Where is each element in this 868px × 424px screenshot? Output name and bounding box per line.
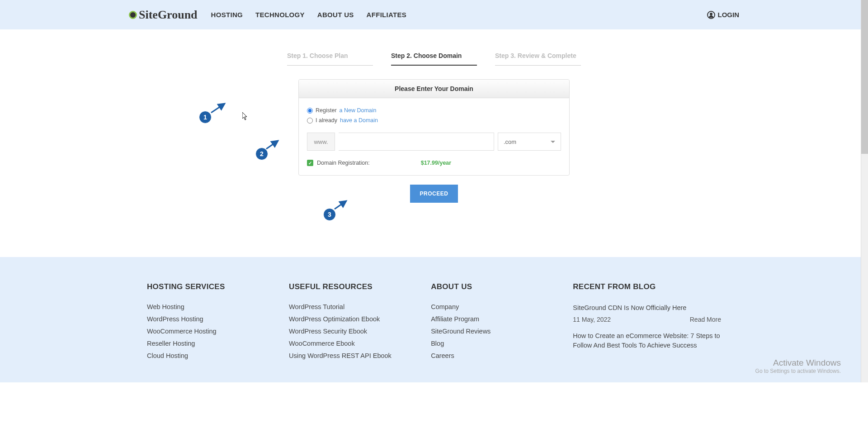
radio-register-link: a New Domain (340, 107, 377, 114)
step-2[interactable]: Step 2. Choose Domain (391, 52, 477, 66)
footer-col-resources: USEFUL RESOURCES WordPress Tutorial Word… (289, 282, 395, 364)
footer-link[interactable]: Careers (431, 352, 537, 359)
blog-item[interactable]: How to Create an eCommerce Website: 7 St… (573, 331, 721, 350)
annotation-1-arrow (210, 102, 228, 114)
tld-value: .com (504, 138, 516, 145)
footer-link[interactable]: SiteGround Reviews (431, 328, 537, 335)
step-3[interactable]: Step 3. Review & Complete (495, 52, 581, 66)
footer-link[interactable]: Reseller Hosting (147, 340, 253, 347)
nav-about[interactable]: ABOUT US (317, 11, 354, 19)
blog-item[interactable]: SiteGround CDN Is Now Officially Here 11… (573, 303, 721, 323)
footer-link[interactable]: Using WordPress REST API Ebook (289, 352, 395, 359)
radio-have-input[interactable] (307, 118, 313, 124)
footer-link[interactable]: Cloud Hosting (147, 352, 253, 359)
registration-price: $17.99/year (421, 160, 451, 166)
footer-col-about: ABOUT US Company Affiliate Program SiteG… (431, 282, 537, 364)
footer-link[interactable]: WooCommerce Ebook (289, 340, 395, 347)
footer-link[interactable]: WordPress Security Ebook (289, 328, 395, 335)
footer-link[interactable]: Blog (431, 340, 537, 347)
top-header: SiteGround HOSTING TECHNOLOGY ABOUT US A… (0, 0, 868, 29)
domain-input-row: www. .com (307, 133, 561, 151)
annotation-3: 3 (323, 208, 336, 221)
registration-label: Domain Registration: (317, 160, 370, 166)
main-nav: HOSTING TECHNOLOGY ABOUT US AFFILIATES (211, 11, 407, 19)
tld-select[interactable]: .com (498, 133, 561, 151)
footer-col-blog: RECENT FROM BLOG SiteGround CDN Is Now O… (573, 282, 721, 364)
svg-line-1 (211, 104, 225, 113)
footer-link[interactable]: WordPress Hosting (147, 315, 253, 323)
nav-technology[interactable]: TECHNOLOGY (255, 11, 305, 19)
radio-register-input[interactable] (307, 108, 313, 114)
annotation-3-arrow (334, 199, 349, 211)
svg-line-3 (266, 141, 278, 149)
blog-date: 11 May, 2022 (573, 316, 611, 323)
nav-hosting[interactable]: HOSTING (211, 11, 243, 19)
footer-link[interactable]: WordPress Tutorial (289, 303, 395, 310)
logo-text: SiteGround (139, 8, 198, 22)
footer-title-resources: USEFUL RESOURCES (289, 282, 395, 291)
user-icon (707, 11, 715, 19)
blog-title: SiteGround CDN Is Now Officially Here (573, 303, 721, 312)
domain-panel: Please Enter Your Domain Register a New … (298, 79, 570, 176)
footer: HOSTING SERVICES Web Hosting WordPress H… (0, 257, 868, 382)
panel-title: Please Enter Your Domain (299, 80, 569, 98)
radio-have-text: I already (316, 117, 337, 124)
radio-register-text: Register (316, 107, 337, 114)
logo[interactable]: SiteGround (129, 8, 198, 22)
www-prefix: www. (307, 133, 335, 151)
registration-checkbox[interactable]: ✓ (307, 160, 313, 166)
footer-col-hosting: HOSTING SERVICES Web Hosting WordPress H… (147, 282, 253, 364)
svg-line-5 (335, 201, 346, 209)
price-row: ✓ Domain Registration: $17.99/year (307, 160, 561, 166)
footer-link[interactable]: Company (431, 303, 537, 310)
scrollbar[interactable] (861, 0, 868, 382)
radio-register-new[interactable]: Register a New Domain (307, 107, 561, 114)
domain-input[interactable] (339, 133, 494, 151)
cursor-icon (242, 112, 249, 121)
footer-link[interactable]: WordPress Optimization Ebook (289, 315, 395, 323)
chevron-down-icon (551, 141, 555, 143)
main-content: Step 1. Choose Plan Step 2. Choose Domai… (0, 29, 868, 257)
login-label: LOGIN (718, 11, 740, 19)
step-1[interactable]: Step 1. Choose Plan (287, 52, 373, 66)
annotation-2-arrow (265, 139, 281, 151)
footer-link[interactable]: WooCommerce Hosting (147, 328, 253, 335)
step-indicator: Step 1. Choose Plan Step 2. Choose Domai… (208, 52, 660, 66)
scrollbar-thumb[interactable] (861, 0, 868, 154)
nav-affiliates[interactable]: AFFILIATES (367, 11, 407, 19)
footer-title-hosting: HOSTING SERVICES (147, 282, 253, 291)
blog-title: How to Create an eCommerce Website: 7 St… (573, 331, 721, 350)
annotation-2: 2 (255, 148, 268, 160)
footer-link[interactable]: Web Hosting (147, 303, 253, 310)
logo-icon (129, 11, 137, 19)
footer-link[interactable]: Affiliate Program (431, 315, 537, 323)
footer-title-about: ABOUT US (431, 282, 537, 291)
radio-have-link: have a Domain (340, 117, 378, 124)
proceed-button[interactable]: PROCEED (410, 185, 458, 203)
footer-title-blog: RECENT FROM BLOG (573, 282, 721, 291)
radio-have-domain[interactable]: I already have a Domain (307, 117, 561, 124)
login-button[interactable]: LOGIN (707, 11, 740, 19)
blog-readmore[interactable]: Read More (690, 316, 721, 323)
annotation-1: 1 (199, 111, 212, 124)
